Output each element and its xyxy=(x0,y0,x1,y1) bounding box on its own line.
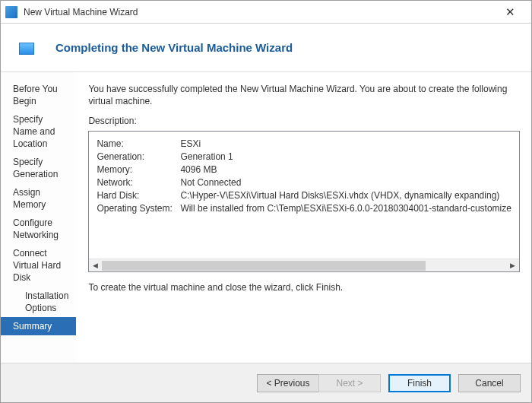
sidebar-item-installation-options[interactable]: Installation Options xyxy=(1,287,76,317)
close-icon: ✕ xyxy=(505,5,515,19)
summary-gen-label: Generation: xyxy=(97,151,180,163)
next-button: Next > xyxy=(318,374,381,392)
footer: < Previous Next > Finish Cancel xyxy=(1,363,531,402)
monitor-icon xyxy=(19,43,34,55)
summary-row-network: Network: Not Connected xyxy=(97,176,511,189)
summary-os-label: Operating System: xyxy=(97,202,180,215)
summary-row-harddisk: Hard Disk: C:\Hyper-V\ESXi\Virtual Hard … xyxy=(97,189,511,202)
window-title: New Virtual Machine Wizard xyxy=(24,7,493,17)
summary-row-os: Operating System: Will be installed from… xyxy=(97,202,511,215)
horizontal-scrollbar[interactable]: ◀ ▶ xyxy=(89,259,519,271)
banner: Completing the New Virtual Machine Wizar… xyxy=(1,24,531,72)
summary-row-memory: Memory: 4096 MB xyxy=(97,163,511,176)
summary-mem-value: 4096 MB xyxy=(180,163,217,176)
cancel-button[interactable]: Cancel xyxy=(458,374,521,392)
summary-name-label: Name: xyxy=(97,138,180,151)
summary-hdd-value: C:\Hyper-V\ESXi\Virtual Hard Disks\ESXi.… xyxy=(180,189,499,202)
description-content: Name: ESXi Generation: Generation 1 Memo… xyxy=(89,132,519,259)
summary-net-value: Not Connected xyxy=(180,176,241,189)
summary-mem-label: Memory: xyxy=(97,163,180,176)
sidebar-item-specify-name[interactable]: Specify Name and Location xyxy=(1,110,76,153)
summary-row-generation: Generation: Generation 1 xyxy=(97,151,511,163)
sidebar-item-summary[interactable]: Summary xyxy=(1,317,76,335)
body: Before You Begin Specify Name and Locati… xyxy=(1,72,531,363)
sidebar: Before You Begin Specify Name and Locati… xyxy=(1,72,76,363)
nav-button-group: < Previous Next > xyxy=(257,374,381,392)
sidebar-item-configure-networking[interactable]: Configure Networking xyxy=(1,214,76,244)
main-panel: You have successfully completed the New … xyxy=(76,72,532,363)
scroll-left-arrow-icon[interactable]: ◀ xyxy=(89,259,102,271)
summary-os-value: Will be installed from C:\Temp\ESXi\ESXi… xyxy=(180,202,511,215)
hint-text: To create the virtual machine and close … xyxy=(88,281,520,294)
intro-text: You have successfully completed the New … xyxy=(88,83,520,107)
wizard-window: New Virtual Machine Wizard ✕ Completing … xyxy=(0,0,532,403)
titlebar: New Virtual Machine Wizard ✕ xyxy=(1,1,531,24)
sidebar-item-specify-generation[interactable]: Specify Generation xyxy=(1,153,76,183)
close-button[interactable]: ✕ xyxy=(493,2,527,23)
summary-hdd-label: Hard Disk: xyxy=(97,189,180,202)
summary-name-value: ESXi xyxy=(180,138,201,151)
scroll-thumb[interactable] xyxy=(102,261,425,271)
finish-button[interactable]: Finish xyxy=(388,374,451,392)
summary-net-label: Network: xyxy=(97,176,180,189)
scroll-right-arrow-icon[interactable]: ▶ xyxy=(506,259,519,271)
previous-button[interactable]: < Previous xyxy=(257,374,319,392)
summary-row-name: Name: ESXi xyxy=(97,138,511,151)
sidebar-item-before-you-begin[interactable]: Before You Begin xyxy=(1,80,76,110)
sidebar-item-assign-memory[interactable]: Assign Memory xyxy=(1,183,76,214)
description-label: Description: xyxy=(88,115,520,127)
description-box: Name: ESXi Generation: Generation 1 Memo… xyxy=(88,131,520,272)
app-icon xyxy=(5,6,17,18)
page-title: Completing the New Virtual Machine Wizar… xyxy=(55,41,293,54)
summary-gen-value: Generation 1 xyxy=(180,151,233,163)
sidebar-item-connect-vhd[interactable]: Connect Virtual Hard Disk xyxy=(1,244,76,287)
scroll-track[interactable] xyxy=(102,259,506,271)
